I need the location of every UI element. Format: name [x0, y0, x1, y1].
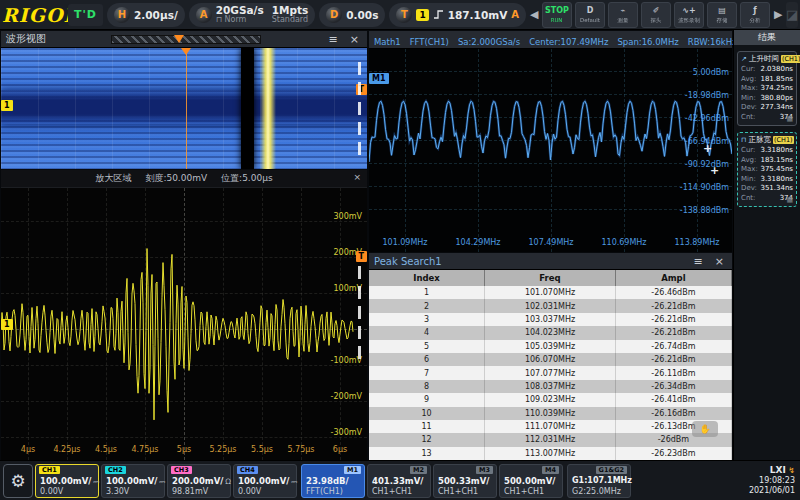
timebase-overview-ribbon[interactable] [111, 35, 261, 44]
channel-tag: CH4 [237, 466, 258, 474]
toolbar-scroll-right-icon[interactable]: ▶ [774, 8, 782, 21]
trigger-position-marker[interactable] [174, 35, 184, 43]
generator-box[interactable]: G1&G2G1:107.1MHzG2:25.0MHz [567, 464, 631, 498]
h-knob-icon[interactable]: H [114, 7, 130, 23]
stat-value: 380.80ps [760, 94, 793, 104]
analyse-button[interactable]: ƒ分析 [740, 2, 770, 28]
trigger-status-badge: T'D [68, 4, 103, 26]
peak-search-titlebar: Peak Search1 ≡ × [369, 253, 732, 270]
trigger-level-marker[interactable]: T [356, 251, 367, 262]
record-button[interactable]: ∿+波形录制 [674, 2, 704, 28]
stat-label: Cur: [741, 65, 755, 75]
table-cell: 108.037MHz [485, 380, 616, 393]
table-cell: -26.34dBm [616, 380, 732, 393]
zoom-region-panel: 放大区域 刻度:50.00mV 位置:5.00μs × 1 T 300mV200… [0, 169, 368, 460]
oscilloscope-screen: RIGOL T'D H 2.00μs/ A 20GSa/s 1Mpts ⊓ No… [0, 0, 800, 500]
analyse-button-label: 分析 [750, 15, 761, 23]
math-tag: M2 [410, 466, 427, 474]
generator-tag: G1&G2 [596, 466, 627, 474]
measure-button-label: 测量 [618, 15, 629, 23]
channel-box-ch3[interactable]: CH3200.00mV/Ω98.81mV [167, 464, 231, 498]
cursor-b-icon[interactable]: + [710, 167, 719, 175]
channel-box-ch4[interactable]: CH4100.00mV/⎓0.00V [233, 464, 297, 498]
table-cell: -26.46dBm [616, 286, 732, 299]
default-button[interactable]: DDefault [575, 2, 605, 28]
delay-chip[interactable]: D 0.00s [319, 3, 385, 27]
delay-value: 0.00s [346, 9, 378, 21]
channel1-marker[interactable]: 1 [1, 100, 13, 111]
trigger-position-arrow[interactable] [181, 48, 191, 55]
trigger-level-value: 187.10mV [448, 9, 508, 21]
generator-status-box: G1&G2G1:107.1MHzG2:25.0MHz [567, 464, 631, 498]
statistics-icon: ▦ [786, 115, 793, 123]
math-box-m1[interactable]: M123.98dB/FFT(CH1) [301, 464, 365, 498]
measurement-card[interactable]: ↗上升时间(CH1)Cur:2.0380nsAvg:181.85nsMax:37… [737, 51, 797, 126]
table-cell: 3 [369, 313, 485, 326]
table-row: 6106.070MHz-26.21dBm [369, 353, 732, 366]
waveform-view-plot[interactable]: 1 T [1, 48, 367, 169]
acq-mode: ⊓ Norm [216, 15, 264, 25]
probe-button[interactable]: ✐探头 [641, 2, 671, 28]
trigger-chip[interactable]: T 1 187.10mV A [389, 3, 526, 27]
horizontal-scale-chip[interactable]: H 2.00μs/ [107, 3, 185, 27]
measurement-channel-badge: (CH1) [781, 55, 800, 63]
stat-label: Cnt: [741, 194, 755, 204]
math1-marker[interactable]: M1 [369, 73, 389, 84]
stat-value: 183.15ns [760, 156, 793, 166]
fft-setting: Sa:2.000GSa/s [458, 37, 520, 47]
utility-button[interactable]: ◪ [786, 2, 798, 28]
peak-table-column-header: Freq [485, 270, 616, 286]
table-cell: 7 [369, 366, 485, 379]
coupling-icon: ⎓ [93, 477, 99, 486]
math-box-m2[interactable]: M2401.33mV/CH1+CH1 [367, 464, 431, 498]
storage-button[interactable]: ▤存储 [707, 2, 737, 28]
zoom-title: 放大区域 [95, 172, 131, 185]
t-knob-icon[interactable]: T [396, 7, 412, 23]
stat-value: 2.0380ns [760, 65, 793, 75]
a-knob-icon[interactable]: A [196, 7, 212, 23]
fft-panel: Math1FFT(CH1)Sa:2.000GSa/sCenter:107.49M… [368, 30, 733, 252]
math-box-m4[interactable]: M4500.00mV/CH1+CH1 [499, 464, 563, 498]
toolbar-scroll-left-icon[interactable]: ◀ [530, 8, 538, 21]
stat-value: 3.3180ns [760, 146, 793, 156]
measure-button[interactable]: ⌁测量 [608, 2, 638, 28]
close-icon[interactable]: × [712, 256, 727, 267]
close-icon[interactable]: × [350, 172, 364, 183]
lxi-label: LXI [770, 465, 786, 475]
table-row: 13113.007MHz-26.23dBm [369, 447, 732, 460]
h-scale-value: 2.00μs/ [134, 9, 178, 21]
table-cell: -26.23dBm [616, 447, 732, 460]
rigol-logo: RIGOL [2, 4, 64, 26]
trigger-source-badge: 1 [416, 9, 428, 21]
table-cell: 9 [369, 393, 485, 406]
close-icon[interactable]: × [347, 34, 362, 45]
measurement-cards: ↗上升时间(CH1)Cur:2.0380nsAvg:181.85nsMax:37… [734, 51, 800, 207]
math-box-m3[interactable]: M3500.33mV/CH1+CH1 [433, 464, 497, 498]
menu-icon[interactable]: ≡ [326, 34, 341, 45]
channel-box-ch1[interactable]: CH1100.00mV/⎓0.00V [35, 464, 99, 498]
acquisition-chip[interactable]: A 20GSa/s 1Mpts ⊓ Norm Standard [189, 3, 316, 27]
channel1-marker[interactable]: 1 [1, 319, 13, 330]
fft-setting: Center:107.49MHz [529, 37, 608, 47]
peak-search-panel: Peak Search1 ≡ × IndexFreqAmpl 1101.070M… [368, 252, 733, 460]
measurement-card[interactable]: ⊓正脉宽(CH1)Cur:3.3180nsAvg:183.15nsMax:375… [737, 132, 797, 207]
scroll-indicator[interactable] [358, 62, 361, 155]
table-cell: -26.74dBm [616, 340, 732, 353]
measurement-title: 正脉宽 [748, 135, 771, 145]
measurement-stat-row: Cur:2.0380ns [741, 65, 793, 75]
menu-icon[interactable]: ≡ [691, 256, 706, 267]
channel-box-ch2[interactable]: CH2100.00mV/⎓3.30V [101, 464, 165, 498]
cursor-a-icon[interactable]: + [703, 145, 712, 153]
sample-rate: 20GSa/s [216, 5, 264, 15]
d-knob-icon[interactable]: D [326, 7, 342, 23]
stop-run-button[interactable]: STOPRUN [542, 2, 572, 28]
table-cell: 4 [369, 326, 485, 339]
trigger-position-line [186, 48, 187, 169]
zoom-plot[interactable]: 1 T 300mV200mV100mV-100mV-200mV-300mV4μs… [1, 188, 367, 460]
settings-gear-icon[interactable]: ⚙ [3, 464, 33, 498]
fft-plot[interactable]: M1 + + 5.00dBm-18.98dBm-42.96dBm-66.94dB… [369, 49, 732, 252]
math-tag: M4 [542, 466, 559, 474]
scroll-indicator[interactable] [358, 266, 361, 359]
default-button-icon: D [587, 6, 594, 15]
table-row: 12112.031MHz-26dBm [369, 433, 732, 446]
